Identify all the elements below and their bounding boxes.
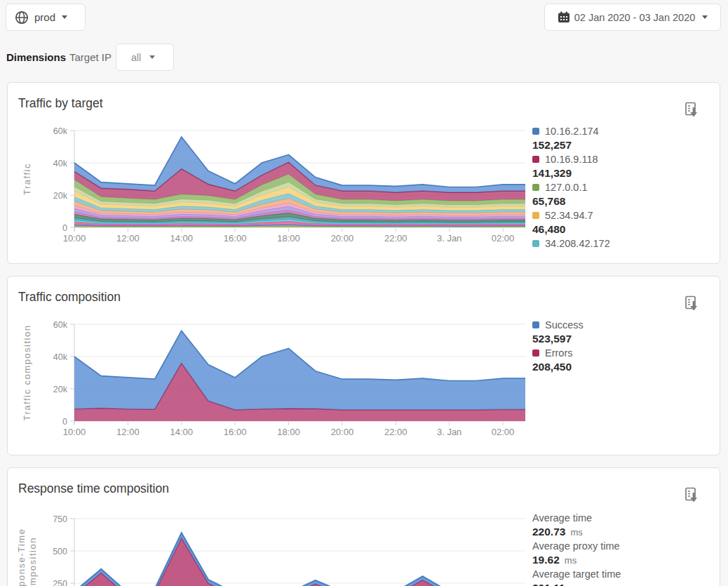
report-download-icon[interactable] — [685, 295, 700, 312]
legend-value: 523,597 — [532, 332, 714, 346]
panel-title: Traffic by target — [18, 96, 103, 111]
report-download-icon[interactable] — [685, 487, 700, 504]
legend-item[interactable]: 10.16.9.118141,329 — [532, 152, 714, 180]
legend-swatch — [532, 156, 539, 163]
legend-swatch — [532, 184, 539, 191]
legend-label: Errors — [545, 347, 572, 359]
response-time-composition-chart: 025050075010:0012:0014:0016:0018:0020:00… — [8, 506, 525, 586]
panel-traffic-composition: Traffic composition 020k40k60k10:0012:00… — [7, 276, 720, 455]
date-range-label: 02 Jan 2020 - 03 Jan 2020 — [574, 12, 696, 23]
svg-text:14:00: 14:00 — [170, 233, 193, 244]
panel-title: Traffic composition — [18, 290, 121, 305]
traffic-composition-chart: 020k40k60k10:0012:0014:0016:0018:0020:00… — [8, 315, 525, 455]
environment-label: prod — [34, 11, 55, 23]
stat-label: Average time — [532, 511, 714, 525]
stat-value: 19.62ms — [532, 553, 714, 567]
svg-text:18:00: 18:00 — [277, 427, 300, 437]
legend-item[interactable]: 52.34.94.746,480 — [532, 208, 714, 237]
svg-text:14:00: 14:00 — [170, 427, 193, 437]
svg-text:10:00: 10:00 — [63, 233, 86, 244]
svg-text:16:00: 16:00 — [224, 233, 247, 244]
legend-label: 10.16.2.174 — [545, 126, 599, 137]
svg-text:0: 0 — [62, 223, 67, 233]
svg-text:Traffic: Traffic — [22, 163, 32, 195]
svg-text:22:00: 22:00 — [384, 427, 407, 437]
svg-text:0: 0 — [62, 417, 67, 427]
legend-value: 208,450 — [532, 360, 714, 374]
svg-text:20k: 20k — [53, 385, 68, 394]
panel-title: Response time composition — [18, 481, 169, 496]
legend-value: 141,329 — [532, 166, 714, 180]
chart-legend: 10.16.2.174152,25710.16.9.118141,329127.… — [532, 124, 714, 251]
svg-text:20k: 20k — [53, 191, 68, 201]
traffic-by-target-chart: 020k40k60k10:0012:0014:0016:0018:0020:00… — [8, 121, 525, 262]
svg-text:02:00: 02:00 — [492, 427, 515, 437]
svg-text:composition: composition — [27, 537, 38, 586]
legend-swatch — [532, 128, 539, 135]
stat-label: Average target time — [532, 567, 714, 581]
svg-text:Response-Time: Response-Time — [16, 528, 27, 586]
svg-text:250: 250 — [53, 579, 67, 586]
svg-text:3. Jan: 3. Jan — [437, 233, 461, 244]
target-ip-label: Target IP — [69, 51, 112, 63]
legend-value: 46,480 — [532, 222, 714, 237]
svg-text:750: 750 — [53, 514, 67, 524]
environment-selector[interactable]: prod — [6, 4, 86, 31]
legend-item[interactable]: Success523,597 — [532, 318, 714, 346]
svg-text:18:00: 18:00 — [277, 233, 300, 244]
svg-text:40k: 40k — [53, 159, 68, 168]
chevron-down-icon — [702, 15, 708, 19]
legend-item[interactable]: 34.208.42.172 — [532, 237, 714, 251]
legend-label: Success — [545, 319, 584, 331]
legend-label: 127.0.0.1 — [545, 182, 587, 193]
svg-text:22:00: 22:00 — [384, 233, 407, 244]
chart-legend: Success523,597Errors208,450 — [532, 318, 714, 444]
svg-text:Traffic composition: Traffic composition — [22, 325, 32, 421]
stat-value: 220.73ms — [532, 525, 714, 539]
svg-text:40k: 40k — [53, 352, 68, 362]
target-ip-dropdown[interactable]: all — [116, 44, 174, 71]
svg-text:500: 500 — [53, 547, 67, 557]
chevron-down-icon — [62, 15, 67, 19]
legend-swatch — [532, 321, 539, 328]
legend-label: 52.34.94.7 — [545, 210, 593, 221]
target-ip-dropdown-value: all — [131, 52, 141, 63]
stat-unit: ms — [565, 555, 577, 566]
globe-icon — [15, 11, 29, 25]
svg-text:60k: 60k — [53, 126, 68, 136]
legend-swatch — [532, 349, 539, 357]
stat-label: Average proxy time — [532, 539, 714, 553]
svg-text:12:00: 12:00 — [116, 427, 140, 437]
response-time-stats: Average time220.73msAverage proxy time19… — [532, 511, 714, 586]
legend-label: 34.208.42.172 — [545, 238, 610, 249]
svg-text:02:00: 02:00 — [492, 233, 515, 244]
legend-swatch — [532, 240, 539, 247]
svg-text:10:00: 10:00 — [63, 427, 86, 437]
legend-swatch — [532, 212, 539, 219]
svg-text:60k: 60k — [53, 320, 68, 330]
legend-item[interactable]: 10.16.2.174152,257 — [532, 124, 714, 152]
panel-traffic-by-target: Traffic by target 020k40k60k10:0012:0014… — [7, 82, 720, 264]
stat-value: 201.11 — [532, 581, 714, 586]
dashboard-page: prod 02 Jan 2020 - 03 Jan 2020 Dimension… — [0, 0, 728, 586]
date-range-selector[interactable]: 02 Jan 2020 - 03 Jan 2020 — [544, 4, 721, 31]
dimensions-label: Dimensions — [6, 51, 66, 63]
legend-item[interactable]: 127.0.0.165,768 — [532, 180, 714, 208]
stat-unit: ms — [570, 527, 582, 538]
svg-text:20:00: 20:00 — [331, 233, 354, 244]
svg-text:20:00: 20:00 — [331, 427, 354, 437]
legend-value: 65,768 — [532, 194, 714, 208]
svg-text:3. Jan: 3. Jan — [437, 427, 461, 437]
legend-label: 10.16.9.118 — [545, 154, 598, 165]
svg-text:16:00: 16:00 — [224, 427, 247, 437]
report-download-icon[interactable] — [685, 102, 700, 119]
legend-value: 152,257 — [532, 138, 714, 152]
legend-item[interactable]: Errors208,450 — [532, 346, 714, 374]
calendar-icon — [558, 11, 570, 23]
chevron-down-icon — [149, 55, 155, 59]
svg-text:12:00: 12:00 — [116, 233, 140, 244]
panel-response-time-composition: Response time composition 025050075010:0… — [7, 467, 720, 586]
